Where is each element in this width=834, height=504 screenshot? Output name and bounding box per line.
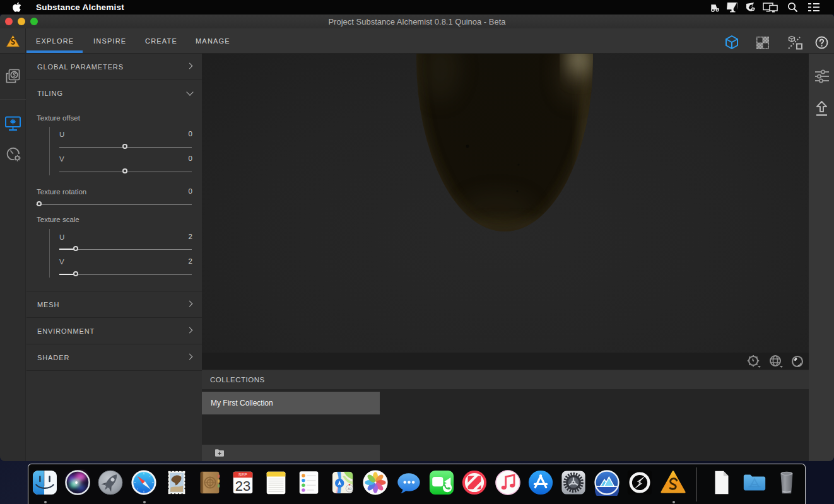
svg-text:30: 30: [348, 486, 352, 491]
svg-text:23: 23: [235, 478, 250, 494]
svg-text:SEP: SEP: [238, 472, 248, 478]
